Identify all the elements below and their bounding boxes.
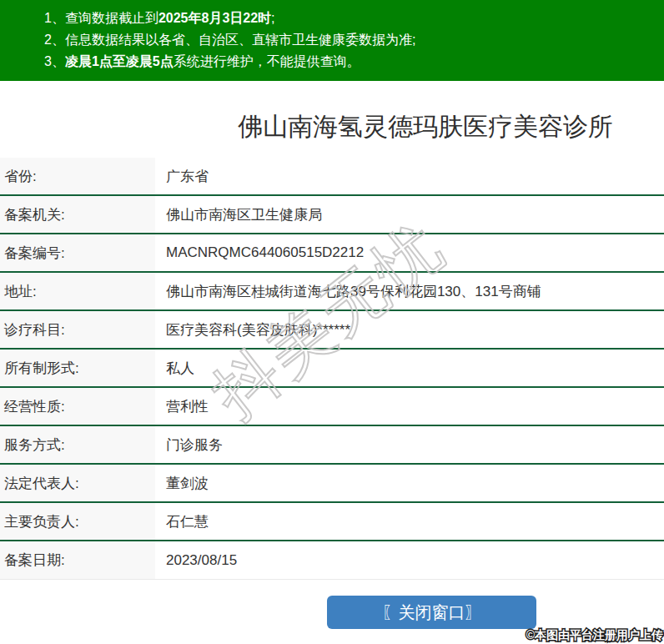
notice-line-1: 1、查询数据截止到2025年8月3日22时; (44, 8, 656, 29)
table-row-filing-number: 备案编号: MACNRQMC644060515D2212 (0, 234, 664, 273)
record-info-table: 省份: 广东省 备案机关: 佛山市南海区卫生健康局 备案编号: MACNRQMC… (0, 158, 664, 580)
notice-text: 信息数据结果以各省、自治区、直辖市卫生健康委数据为准; (65, 33, 415, 47)
copyright-stamp: ©本图由平台注册用户上传 (526, 628, 663, 643)
row-value: 董剑波 (155, 474, 664, 493)
row-value: 营利性 (155, 397, 664, 416)
row-value: 石仁慧 (155, 512, 664, 531)
row-value: 私人 (155, 359, 664, 378)
row-label: 服务方式: (0, 426, 155, 463)
row-label: 诊疗科目: (0, 311, 155, 348)
notice-text: 查询数据截止到 (65, 11, 158, 25)
table-row-province: 省份: 广东省 (0, 158, 664, 196)
notice-text-bold: 凌晨1点至凌晨5点 (65, 54, 174, 68)
row-value: 佛山市南海区桂城街道海七路39号保利花园130、131号商铺 (155, 282, 664, 301)
notice-text-bold: 2025年8月3日22时 (158, 11, 271, 25)
table-row-business-nature: 经营性质: 营利性 (0, 388, 664, 426)
row-label: 主要负责人: (0, 503, 155, 540)
row-label: 所有制形式: (0, 350, 155, 386)
table-row-filing-authority: 备案机关: 佛山市南海区卫生健康局 (0, 196, 664, 234)
notice-text: ; (271, 11, 274, 25)
row-value: 医疗美容科(美容皮肤科)****** (155, 320, 664, 340)
page-title: 佛山南海氢灵德玛肤医疗美容诊所 (0, 81, 664, 141)
record-lookup-page: 1、查询数据截止到2025年8月3日22时; 2、信息数据结果以各省、自治区、直… (0, 0, 664, 644)
row-label: 地址: (0, 273, 155, 309)
row-value: 佛山市南海区卫生健康局 (155, 205, 664, 224)
row-label: 经营性质: (0, 388, 155, 425)
table-row-ownership: 所有制形式: 私人 (0, 350, 664, 388)
table-row-service-mode: 服务方式: 门诊服务 (0, 426, 664, 465)
notice-number: 3、 (44, 54, 65, 68)
table-row-filing-date: 备案日期: 2023/08/15 (0, 541, 664, 580)
notice-text: 系统进行维护，不能提供查询。 (174, 54, 360, 68)
close-window-button[interactable]: 〖关闭窗口〗 (327, 596, 536, 629)
row-value: 门诊服务 (155, 435, 664, 455)
actions-bar: 〖关闭窗口〗 (0, 596, 664, 629)
notice-line-2: 2、信息数据结果以各省、自治区、直辖市卫生健康委数据为准; (44, 29, 656, 51)
notice-number: 1、 (44, 11, 65, 25)
table-row-legal-representative: 法定代表人: 董剑波 (0, 465, 664, 503)
row-value: MACNRQMC644060515D2212 (155, 244, 664, 261)
row-value: 2023/08/15 (155, 552, 664, 569)
table-row-departments: 诊疗科目: 医疗美容科(美容皮肤科)****** (0, 311, 664, 350)
notice-line-3: 3、凌晨1点至凌晨5点系统进行维护，不能提供查询。 (44, 51, 656, 73)
row-label: 备案编号: (0, 234, 155, 271)
row-label: 省份: (0, 158, 155, 194)
row-value: 广东省 (155, 167, 664, 186)
table-row-address: 地址: 佛山市南海区桂城街道海七路39号保利花园130、131号商铺 (0, 273, 664, 311)
row-label: 备案日期: (0, 541, 155, 579)
row-label: 备案机关: (0, 196, 155, 233)
row-label: 法定代表人: (0, 465, 155, 501)
notice-banner: 1、查询数据截止到2025年8月3日22时; 2、信息数据结果以各省、自治区、直… (0, 0, 664, 81)
table-row-person-in-charge: 主要负责人: 石仁慧 (0, 503, 664, 541)
notice-number: 2、 (44, 33, 65, 47)
